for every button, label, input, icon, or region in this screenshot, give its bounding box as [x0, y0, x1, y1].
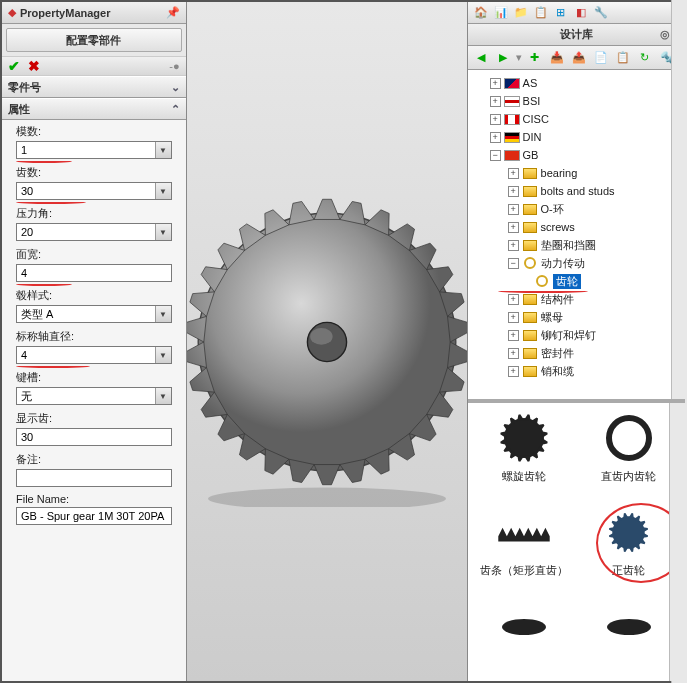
notes-label: 备注:	[16, 452, 172, 467]
section-label: 零件号	[8, 80, 41, 95]
view-icon[interactable]: ◎	[660, 28, 670, 41]
keyway-label: 键槽:	[16, 370, 172, 385]
filename-label: File Name:	[16, 493, 172, 505]
tree-item-din[interactable]: DIN	[523, 131, 542, 143]
collapse-toggle[interactable]: −	[508, 258, 519, 269]
chart-icon[interactable]: 📊	[492, 4, 510, 22]
scrollbar[interactable]	[671, 70, 685, 399]
pm-ok-cancel-bar: ✔ ✖ -●	[2, 56, 186, 76]
remove-icon[interactable]: 📤	[570, 49, 588, 67]
show-teeth-input[interactable]	[16, 428, 172, 446]
expand-toggle[interactable]: +	[490, 78, 501, 89]
expand-toggle[interactable]: +	[508, 330, 519, 341]
pressure-angle-input[interactable]	[16, 223, 172, 241]
expand-toggle[interactable]: +	[508, 366, 519, 377]
show-teeth-label: 显示齿:	[16, 411, 172, 426]
tree-item-struct[interactable]: 结构件	[541, 292, 574, 307]
tree-item-pins[interactable]: 销和缆	[541, 364, 574, 379]
preview-label: 螺旋齿轮	[502, 469, 546, 484]
tree-item-washers[interactable]: 垫圈和挡圈	[541, 238, 596, 253]
notes-input[interactable]	[16, 469, 172, 487]
ok-button[interactable]: ✔	[8, 58, 20, 74]
pm-app-icon: ◆	[8, 6, 16, 19]
preview-spur[interactable]: 正齿轮	[578, 507, 679, 597]
pushpin-icon[interactable]: 📌	[166, 6, 180, 19]
preview-rack[interactable]: 齿条（矩形直齿）	[474, 507, 575, 597]
tree-item-gb[interactable]: GB	[523, 149, 539, 161]
section-label: 属性	[8, 102, 30, 117]
copy-icon[interactable]: 📄	[592, 49, 610, 67]
expand-icon[interactable]: ⌄	[171, 81, 180, 94]
tree-item-nuts[interactable]: 螺母	[541, 310, 563, 325]
refresh-icon[interactable]: ↻	[636, 49, 654, 67]
tree-item-bolts[interactable]: bolts and studs	[541, 185, 615, 197]
filename-input[interactable]	[16, 507, 172, 525]
svg-point-3	[208, 487, 446, 506]
home-icon[interactable]: 🏠	[472, 4, 490, 22]
tree-item-screws[interactable]: screws	[541, 221, 575, 233]
cancel-button[interactable]: ✖	[28, 58, 40, 74]
expand-toggle[interactable]: +	[508, 240, 519, 251]
collapse-toggle[interactable]: −	[490, 150, 501, 161]
lib-toolbar: ◀ ▶ ▾ ✚ 📥 📤 📄 📋 ↻ 🔩	[468, 46, 685, 70]
face-width-input[interactable]	[16, 264, 172, 282]
folder-icon[interactable]: 📁	[512, 4, 530, 22]
nom-shaft-input[interactable]	[16, 346, 172, 364]
section-part-number[interactable]: 零件号 ⌄	[2, 76, 186, 98]
tree-item-gears[interactable]: 齿轮	[553, 274, 581, 289]
model-viewport[interactable]	[187, 2, 467, 681]
pm-body: 模数: ▼ 齿数: ▼ 压力角: ▼ 面宽:	[2, 120, 186, 681]
library-preview: 螺旋齿轮 直齿内齿轮 齿条（矩形直齿） 正齿轮	[468, 399, 685, 681]
expand-toggle[interactable]: +	[508, 312, 519, 323]
modulus-input[interactable]	[16, 141, 172, 159]
expand-toggle[interactable]: +	[508, 168, 519, 179]
props-icon[interactable]: ⊞	[552, 4, 570, 22]
section-properties[interactable]: 属性 ⌃	[2, 98, 186, 120]
gear-model	[187, 177, 467, 507]
expand-toggle[interactable]: +	[490, 132, 501, 143]
add-lib-icon[interactable]: 📥	[548, 49, 566, 67]
clipboard-icon[interactable]: 📋	[532, 4, 550, 22]
expand-toggle[interactable]: +	[508, 348, 519, 359]
cube-icon[interactable]: ◧	[572, 4, 590, 22]
face-width-label: 面宽:	[16, 247, 172, 262]
paste-icon[interactable]: 📋	[614, 49, 632, 67]
preview-label: 齿条（矩形直齿）	[480, 563, 568, 578]
add-icon[interactable]: ✚	[526, 49, 544, 67]
expand-toggle[interactable]: +	[490, 114, 501, 125]
nom-shaft-label: 标称轴直径:	[16, 329, 172, 344]
hub-style-label: 毂样式:	[16, 288, 172, 303]
tree-item-as[interactable]: AS	[523, 77, 538, 89]
preview-helical[interactable]: 螺旋齿轮	[474, 413, 575, 503]
teeth-label: 齿数:	[16, 165, 172, 180]
preview-label: 直齿内齿轮	[601, 469, 656, 484]
expand-toggle[interactable]: +	[508, 204, 519, 215]
scrollbar[interactable]	[669, 403, 685, 681]
expand-toggle[interactable]: +	[490, 96, 501, 107]
expand-toggle[interactable]: +	[508, 186, 519, 197]
tree-item-cisc[interactable]: CISC	[523, 113, 549, 125]
tree-item-seals[interactable]: 密封件	[541, 346, 574, 361]
modulus-label: 模数:	[16, 124, 172, 139]
tree-item-oring[interactable]: O-环	[541, 202, 564, 217]
collapse-icon[interactable]: ⌃	[171, 103, 180, 116]
tree-item-bsi[interactable]: BSI	[523, 95, 541, 107]
pressure-angle-label: 压力角:	[16, 206, 172, 221]
tree-item-power[interactable]: 动力传动	[541, 256, 585, 271]
preview-internal[interactable]: 直齿内齿轮	[578, 413, 679, 503]
back-icon[interactable]: ◀	[472, 49, 490, 67]
expand-toggle[interactable]: +	[508, 294, 519, 305]
tree-item-rivets[interactable]: 铆钉和焊钉	[541, 328, 596, 343]
forward-icon[interactable]: ▶	[494, 49, 512, 67]
pm-title: PropertyManager	[20, 7, 110, 19]
teeth-input[interactable]	[16, 182, 172, 200]
pushpin-icon[interactable]: -●	[169, 60, 179, 72]
preview-label: 正齿轮	[612, 563, 645, 578]
library-tree[interactable]: +AS +BSI +CISC +DIN −GB +bearing +bolts …	[468, 70, 685, 399]
expand-toggle[interactable]: +	[508, 222, 519, 233]
svg-point-6	[612, 516, 644, 548]
keyway-input[interactable]	[16, 387, 172, 405]
tree-item-bearing[interactable]: bearing	[541, 167, 578, 179]
hub-style-input[interactable]	[16, 305, 172, 323]
part-icon[interactable]: 🔧	[592, 4, 610, 22]
